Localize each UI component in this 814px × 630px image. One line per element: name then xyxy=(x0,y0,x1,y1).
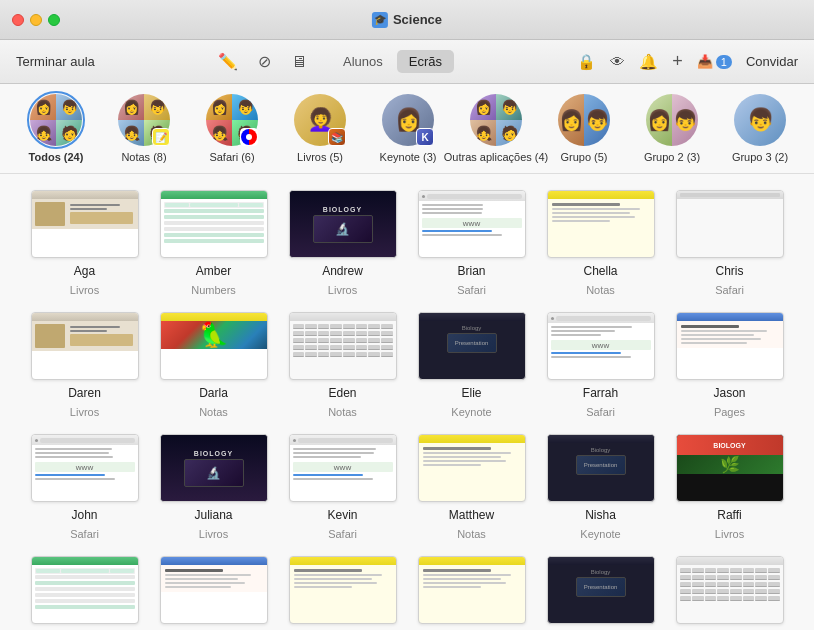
students-grid: AgaLivros AmberNumbers BIOLOGY 🔬 AndrewL xyxy=(24,190,790,630)
screen-thumb-sue xyxy=(289,556,397,624)
safari-avatar-wrap: 👩 👦 👧 🧑 xyxy=(206,94,258,146)
student-card-chris[interactable]: ChrisSafari xyxy=(669,190,790,296)
filter-safari[interactable]: 👩 👦 👧 🧑 Safari (6) xyxy=(196,94,268,163)
grupo3-avatar-wrap: 👦 xyxy=(734,94,786,146)
student-name: John xyxy=(71,508,97,522)
student-name: Nisha xyxy=(585,508,616,522)
notas-label: Notas (8) xyxy=(121,151,166,163)
tab-alunos[interactable]: Alunos xyxy=(331,50,395,73)
student-card-amber[interactable]: AmberNumbers xyxy=(153,190,274,296)
filter-outras[interactable]: 👩 👦 👧 🧑 Outras aplicações (4) xyxy=(460,94,532,163)
filter-grupo2[interactable]: 👩 👦 Grupo 2 (3) xyxy=(636,94,708,163)
screen-thumb-aga xyxy=(31,190,139,258)
inbox-button[interactable]: 📥 1 xyxy=(697,54,732,69)
student-name: Jason xyxy=(713,386,745,400)
student-name: Farrah xyxy=(583,386,618,400)
filter-keynote[interactable]: 👩 K Keynote (3) xyxy=(372,94,444,163)
eye-icon[interactable]: 👁 xyxy=(610,53,625,70)
filter-row: 👩 👦 👧 🧑 Todos (24) 👩 👦 👧 🧑 📝 Notas (8) 👩… xyxy=(0,84,814,174)
student-app: Livros xyxy=(70,406,99,418)
student-card-raffi[interactable]: BIOLOGY 🌿 RaffiLivros xyxy=(669,434,790,540)
content-area: AgaLivros AmberNumbers BIOLOGY 🔬 AndrewL xyxy=(0,174,814,630)
student-name: Andrew xyxy=(322,264,363,278)
student-name: Aga xyxy=(74,264,95,278)
student-app: Notas xyxy=(328,406,357,418)
student-name: Eden xyxy=(328,386,356,400)
safari-label: Safari (6) xyxy=(209,151,254,163)
invite-button[interactable]: Convidar xyxy=(746,54,798,69)
filter-grupo[interactable]: 👩 👦 Grupo (5) xyxy=(548,94,620,163)
student-card-eden[interactable]: EdenNotas xyxy=(282,312,403,418)
keynote-avatar-wrap: 👩 K xyxy=(382,94,434,146)
student-card-yen[interactable]: YenSafari xyxy=(669,556,790,630)
student-card-juliana[interactable]: BIOLOGY 🔬 JulianaLivros xyxy=(153,434,274,540)
screen-thumb-raffi: BIOLOGY 🌿 xyxy=(676,434,784,502)
student-app: Livros xyxy=(715,528,744,540)
student-name: Juliana xyxy=(194,508,232,522)
student-card-elie[interactable]: Biology Presentation ElieKeynote xyxy=(411,312,532,418)
student-card-sue[interactable]: SueNotas xyxy=(282,556,403,630)
student-card-jason[interactable]: JasonPages xyxy=(669,312,790,418)
grupo-label: Grupo (5) xyxy=(560,151,607,163)
grupo2-label: Grupo 2 (3) xyxy=(644,151,700,163)
toolbar: Terminar aula ✏️ ⊘ 🖥 Alunos Ecrãs 🔒 👁 🔔 … xyxy=(0,40,814,84)
student-name: Amber xyxy=(196,264,231,278)
student-card-andrew[interactable]: BIOLOGY 🔬 AndrewLivros xyxy=(282,190,403,296)
screen-thumb-darla: 🦜 xyxy=(160,312,268,380)
student-card-chella[interactable]: ChellaNotas xyxy=(540,190,661,296)
student-card-matthew[interactable]: MatthewNotas xyxy=(411,434,532,540)
student-card-darla[interactable]: 🦜 DarlaNotas xyxy=(153,312,274,418)
student-name: Kevin xyxy=(327,508,357,522)
maximize-button[interactable] xyxy=(48,14,60,26)
screen-thumb-chris xyxy=(676,190,784,258)
screen-thumb-victoria: Biology Presentation xyxy=(547,556,655,624)
filter-notas[interactable]: 👩 👦 👧 🧑 📝 Notas (8) xyxy=(108,94,180,163)
student-card-aga[interactable]: AgaLivros xyxy=(24,190,145,296)
filter-todos[interactable]: 👩 👦 👧 🧑 Todos (24) xyxy=(20,94,92,163)
student-app: Safari xyxy=(715,284,744,296)
inbox-icon: 📥 xyxy=(697,54,713,69)
toolbar-center: ✏️ ⊘ 🖥 Alunos Ecrãs xyxy=(111,50,562,73)
student-card-nisha[interactable]: Biology Presentation NishaKeynote xyxy=(540,434,661,540)
plus-button[interactable]: + xyxy=(672,51,683,72)
pointer-icon[interactable]: ✏️ xyxy=(218,52,238,71)
student-card-brian[interactable]: www BrianSafari xyxy=(411,190,532,296)
screen-thumb-brian: www xyxy=(418,190,526,258)
minimize-button[interactable] xyxy=(30,14,42,26)
screen-thumb-chella xyxy=(547,190,655,258)
tab-ecras[interactable]: Ecrãs xyxy=(397,50,454,73)
student-card-kevin[interactable]: www KevinSafari xyxy=(282,434,403,540)
student-card-samara[interactable]: SamaraNumbers xyxy=(24,556,145,630)
screen-thumb-andrew: BIOLOGY 🔬 xyxy=(289,190,397,258)
screen-thumb-amber xyxy=(160,190,268,258)
end-class-button[interactable]: Terminar aula xyxy=(16,54,95,69)
student-app: Livros xyxy=(70,284,99,296)
student-card-john[interactable]: www JohnSafari xyxy=(24,434,145,540)
bell-icon[interactable]: 🔔 xyxy=(639,53,658,71)
notas-avatar-wrap: 👩 👦 👧 🧑 📝 xyxy=(118,94,170,146)
screen-thumb-daren xyxy=(31,312,139,380)
student-name: Daren xyxy=(68,386,101,400)
student-app: Safari xyxy=(586,406,615,418)
student-app: Numbers xyxy=(191,284,236,296)
student-card-farrah[interactable]: www FarrahSafari xyxy=(540,312,661,418)
student-app: Safari xyxy=(328,528,357,540)
filter-grupo3[interactable]: 👦 Grupo 3 (2) xyxy=(724,94,796,163)
traffic-lights xyxy=(12,14,60,26)
student-name: Brian xyxy=(457,264,485,278)
circle-icon[interactable]: ⊘ xyxy=(258,52,271,71)
screen-icon[interactable]: 🖥 xyxy=(291,53,307,71)
todos-avatar: 👩 👦 👧 🧑 xyxy=(30,94,82,146)
livros-avatar-wrap: 👩‍🦱 📚 xyxy=(294,94,346,146)
grupo-avatar-wrap: 👩 👦 xyxy=(558,94,610,146)
filter-livros[interactable]: 👩‍🦱 📚 Livros (5) xyxy=(284,94,356,163)
student-card-daren[interactable]: DarenLivros xyxy=(24,312,145,418)
student-card-vera[interactable]: VeraNotas xyxy=(411,556,532,630)
close-button[interactable] xyxy=(12,14,24,26)
grupo2-avatar-wrap: 👩 👦 xyxy=(646,94,698,146)
student-name: Chella xyxy=(583,264,617,278)
student-card-sarah[interactable]: SarahPages xyxy=(153,556,274,630)
lock-icon[interactable]: 🔒 xyxy=(577,53,596,71)
student-card-victoria[interactable]: Biology Presentation VictoriaKeynote xyxy=(540,556,661,630)
screen-thumb-matthew xyxy=(418,434,526,502)
